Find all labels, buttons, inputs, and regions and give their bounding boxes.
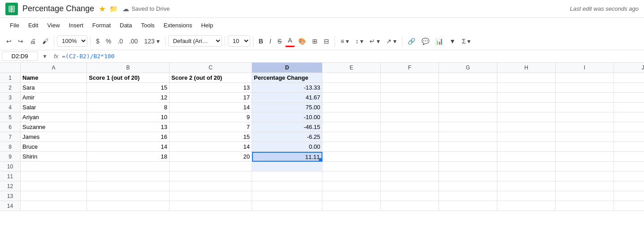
cell-b12[interactable]	[87, 181, 170, 191]
row-num[interactable]: 13	[0, 191, 21, 201]
filter-button[interactable]: ▼	[447, 36, 458, 47]
cell-i2[interactable]	[556, 83, 614, 93]
cell-f5[interactable]	[381, 112, 439, 122]
cell-a8[interactable]: Bruce	[21, 142, 87, 152]
cell-e2[interactable]	[322, 83, 381, 93]
cell-b13[interactable]	[87, 191, 170, 201]
cell-d10[interactable]	[252, 162, 322, 172]
cell-d13[interactable]	[252, 191, 322, 201]
cell-h8[interactable]	[497, 142, 556, 152]
rotate-button[interactable]: ↗ ▾	[383, 36, 399, 47]
cell-j7[interactable]	[614, 132, 644, 142]
cell-h10[interactable]	[497, 162, 556, 172]
cell-i3[interactable]	[556, 93, 614, 103]
cell-b7[interactable]: 16	[87, 132, 170, 142]
cell-g5[interactable]	[439, 112, 497, 122]
menu-format[interactable]: Format	[88, 20, 115, 30]
cell-a12[interactable]	[21, 181, 87, 191]
cell-i13[interactable]	[556, 191, 614, 201]
cell-h2[interactable]	[497, 83, 556, 93]
row-num[interactable]: 6	[0, 122, 21, 132]
menu-extensions[interactable]: Extensions	[159, 20, 197, 30]
cell-f12[interactable]	[381, 181, 439, 191]
cell-g4[interactable]	[439, 103, 497, 112]
row-num[interactable]: 8	[0, 142, 21, 152]
formula-input[interactable]	[62, 53, 642, 60]
italic-button[interactable]: I	[267, 36, 274, 47]
cell-f13[interactable]	[381, 191, 439, 201]
cell-a10[interactable]	[21, 162, 87, 172]
cell-j5[interactable]	[614, 112, 644, 122]
cell-i11[interactable]	[556, 172, 614, 181]
cell-b11[interactable]	[87, 172, 170, 181]
cell-g11[interactable]	[439, 172, 497, 181]
cell-e12[interactable]	[322, 181, 381, 191]
cell-f1[interactable]	[381, 73, 439, 83]
cell-c8[interactable]: 14	[170, 142, 252, 152]
cell-a1[interactable]: Name	[21, 73, 87, 83]
halign-button[interactable]: ≡ ▾	[338, 36, 352, 47]
row-num[interactable]: 4	[0, 103, 21, 112]
cell-g12[interactable]	[439, 181, 497, 191]
cell-b3[interactable]: 12	[87, 93, 170, 103]
cell-f8[interactable]	[381, 142, 439, 152]
cell-d9[interactable]: 11.11	[252, 152, 322, 162]
cell-h11[interactable]	[497, 172, 556, 181]
cell-c12[interactable]	[170, 181, 252, 191]
cell-d7[interactable]: -6.25	[252, 132, 322, 142]
col-header-c[interactable]: C	[170, 63, 252, 73]
cell-d8[interactable]: 0.00	[252, 142, 322, 152]
cell-j4[interactable]	[614, 103, 644, 112]
cell-e10[interactable]	[322, 162, 381, 172]
cell-b1[interactable]: Score 1 (out of 20)	[87, 73, 170, 83]
paint-format-button[interactable]: 🖌	[39, 36, 51, 47]
cell-i14[interactable]	[556, 201, 614, 211]
cell-g10[interactable]	[439, 162, 497, 172]
cell-i4[interactable]	[556, 103, 614, 112]
cell-e6[interactable]	[322, 122, 381, 132]
cell-h9[interactable]	[497, 152, 556, 162]
doc-title[interactable]: Percentage Change	[22, 4, 94, 13]
cell-b4[interactable]: 8	[87, 103, 170, 112]
cell-e4[interactable]	[322, 103, 381, 112]
format-number-button[interactable]: 123 ▾	[141, 36, 162, 47]
cell-a3[interactable]: Amir	[21, 93, 87, 103]
cell-j2[interactable]	[614, 83, 644, 93]
cell-g14[interactable]	[439, 201, 497, 211]
col-header-j[interactable]: J	[614, 63, 644, 73]
cell-e13[interactable]	[322, 191, 381, 201]
cell-f6[interactable]	[381, 122, 439, 132]
cell-f3[interactable]	[381, 93, 439, 103]
cell-i6[interactable]	[556, 122, 614, 132]
cell-b10[interactable]	[87, 162, 170, 172]
cell-j1[interactable]	[614, 73, 644, 83]
cell-h7[interactable]	[497, 132, 556, 142]
row-num[interactable]: 9	[0, 152, 21, 162]
cell-e1[interactable]	[322, 73, 381, 83]
row-num[interactable]: 7	[0, 132, 21, 142]
cell-c6[interactable]: 7	[170, 122, 252, 132]
cell-g1[interactable]	[439, 73, 497, 83]
cell-e7[interactable]	[322, 132, 381, 142]
cell-c10[interactable]	[170, 162, 252, 172]
cell-d4[interactable]: 75.00	[252, 103, 322, 112]
row-num[interactable]: 3	[0, 93, 21, 103]
valign-button[interactable]: ↕ ▾	[352, 36, 366, 47]
function-button[interactable]: Σ ▾	[459, 36, 474, 47]
cell-f14[interactable]	[381, 201, 439, 211]
cell-b9[interactable]: 18	[87, 152, 170, 162]
cell-c1[interactable]: Score 2 (out of 20)	[170, 73, 252, 83]
cell-e5[interactable]	[322, 112, 381, 122]
cell-i8[interactable]	[556, 142, 614, 152]
cell-e14[interactable]	[322, 201, 381, 211]
cell-c3[interactable]: 17	[170, 93, 252, 103]
font-select[interactable]: Default (Ari…	[168, 35, 222, 47]
row-num[interactable]: 10	[0, 162, 21, 172]
cell-a6[interactable]: Suzanne	[21, 122, 87, 132]
cell-a2[interactable]: Sara	[21, 83, 87, 93]
menu-file[interactable]: File	[5, 20, 24, 30]
cell-e8[interactable]	[322, 142, 381, 152]
cell-j9[interactable]	[614, 152, 644, 162]
cell-h6[interactable]	[497, 122, 556, 132]
cell-h1[interactable]	[497, 73, 556, 83]
